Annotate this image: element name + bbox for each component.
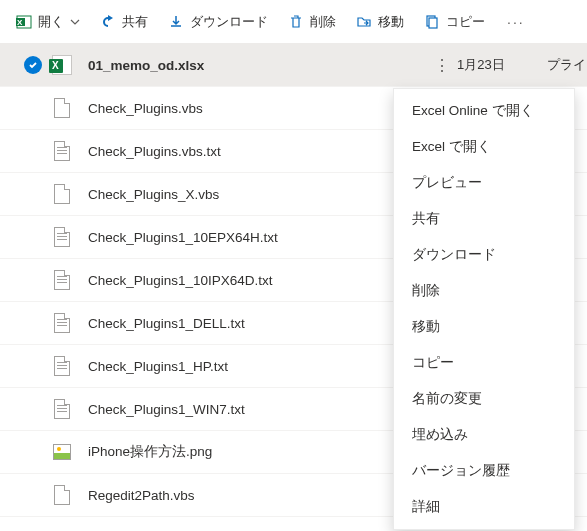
ctx-share[interactable]: 共有 bbox=[394, 201, 574, 237]
file-name: Regedit2Path.vbs bbox=[78, 488, 427, 503]
file-name: Check_Plugins1_10EPX64H.txt bbox=[78, 230, 427, 245]
ctx-details[interactable]: 詳細 bbox=[394, 489, 574, 525]
open-label: 開く bbox=[38, 13, 64, 31]
ctx-open-excel[interactable]: Excel で開く bbox=[394, 129, 574, 165]
trash-icon bbox=[288, 14, 304, 30]
file-date: 1月23日 bbox=[457, 56, 547, 74]
file-name: Check_Plugins_X.vbs bbox=[78, 187, 427, 202]
share-button[interactable]: 共有 bbox=[92, 9, 156, 35]
open-button[interactable]: X 開く bbox=[8, 9, 88, 35]
chevron-down-icon bbox=[70, 17, 80, 27]
ctx-move[interactable]: 移動 bbox=[394, 309, 574, 345]
move-icon bbox=[356, 14, 372, 30]
copy-label: コピー bbox=[446, 13, 485, 31]
file-name: Check_Plugins.vbs bbox=[78, 101, 427, 116]
row-menu-button[interactable]: ⋮ bbox=[427, 56, 457, 75]
text-file-icon bbox=[54, 313, 70, 333]
generic-file-icon bbox=[54, 184, 70, 204]
file-name: Check_Plugins1_HP.txt bbox=[78, 359, 427, 374]
toolbar-more-button[interactable]: ··· bbox=[497, 10, 535, 34]
ctx-version[interactable]: バージョン履歴 bbox=[394, 453, 574, 489]
ctx-preview[interactable]: プレビュー bbox=[394, 165, 574, 201]
image-file-icon bbox=[53, 444, 71, 460]
text-file-icon bbox=[54, 399, 70, 419]
context-menu: Excel Online で開く Excel で開く プレビュー 共有 ダウンロ… bbox=[393, 88, 575, 530]
generic-file-icon bbox=[54, 98, 70, 118]
file-privacy: プライ bbox=[547, 56, 587, 74]
excel-file-icon bbox=[52, 55, 72, 75]
toolbar: X 開く 共有 ダウンロード 削除 移動 コピー ··· bbox=[0, 0, 587, 44]
generic-file-icon bbox=[54, 485, 70, 505]
copy-icon bbox=[424, 14, 440, 30]
text-file-icon bbox=[54, 270, 70, 290]
share-icon bbox=[100, 14, 116, 30]
ctx-open-online[interactable]: Excel Online で開く bbox=[394, 93, 574, 129]
ctx-embed[interactable]: 埋め込み bbox=[394, 417, 574, 453]
file-name: Check_Plugins.vbs.txt bbox=[78, 144, 427, 159]
file-name: 01_memo_od.xlsx bbox=[78, 58, 427, 73]
text-file-icon bbox=[54, 356, 70, 376]
file-name: Check_Plugins1_DELL.txt bbox=[78, 316, 427, 331]
ctx-copy[interactable]: コピー bbox=[394, 345, 574, 381]
ctx-rename[interactable]: 名前の変更 bbox=[394, 381, 574, 417]
svg-text:X: X bbox=[17, 18, 23, 27]
svg-rect-4 bbox=[429, 18, 437, 28]
copy-button[interactable]: コピー bbox=[416, 9, 493, 35]
share-label: 共有 bbox=[122, 13, 148, 31]
file-row-selected[interactable]: 01_memo_od.xlsx ⋮ 1月23日 プライ bbox=[0, 44, 587, 87]
ctx-download[interactable]: ダウンロード bbox=[394, 237, 574, 273]
delete-label: 削除 bbox=[310, 13, 336, 31]
text-file-icon bbox=[54, 141, 70, 161]
text-file-icon bbox=[54, 227, 70, 247]
move-button[interactable]: 移動 bbox=[348, 9, 412, 35]
download-icon bbox=[168, 14, 184, 30]
file-name: Check_Plugins1_WIN7.txt bbox=[78, 402, 427, 417]
file-name: Check_Plugins1_10IPX64D.txt bbox=[78, 273, 427, 288]
excel-app-icon: X bbox=[16, 14, 32, 30]
selection-checkmark[interactable] bbox=[24, 56, 42, 74]
delete-button[interactable]: 削除 bbox=[280, 9, 344, 35]
ctx-delete[interactable]: 削除 bbox=[394, 273, 574, 309]
move-label: 移動 bbox=[378, 13, 404, 31]
download-button[interactable]: ダウンロード bbox=[160, 9, 276, 35]
download-label: ダウンロード bbox=[190, 13, 268, 31]
file-name: iPhone操作方法.png bbox=[78, 443, 427, 461]
